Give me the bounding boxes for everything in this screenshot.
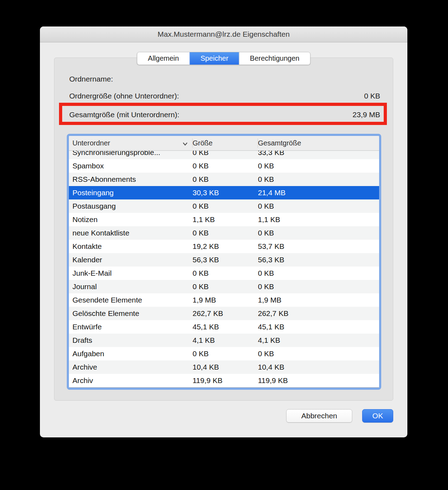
table-body: Synchronisierungsproble...0 KB33,3 KBSpa… — [69, 151, 379, 387]
column-header-label: Unterordner — [72, 139, 110, 147]
tab-allgemein[interactable]: Allgemein — [137, 52, 190, 65]
cell-total: 0 KB — [258, 229, 379, 237]
cell-size: 19,2 KB — [193, 242, 258, 251]
cell-total: 119,9 KB — [258, 376, 379, 385]
column-header-gesamtgroesse[interactable]: Gesamtgröße — [258, 136, 379, 150]
cell-name: Kalender — [69, 256, 193, 264]
cell-name: Posteingang — [69, 189, 193, 197]
subfolder-table: Unterordner Größe Gesamtgröße Synchronis… — [67, 134, 381, 390]
cell-size: 0 KB — [193, 229, 258, 237]
cell-total: 0 KB — [258, 349, 379, 358]
cell-total: 45,1 KB — [258, 323, 379, 331]
cell-total: 4,1 KB — [258, 336, 379, 345]
table-row[interactable]: Gesendete Elemente1,9 MB1,9 MB — [69, 293, 379, 307]
folder-size-value: 0 KB — [364, 92, 380, 100]
cell-total: 33,3 KB — [258, 151, 379, 157]
table-row[interactable]: Posteingang30,3 KB21,4 MB — [69, 186, 379, 199]
properties-window: Max.Mustermann@lrz.de Eigenschaften Allg… — [40, 26, 407, 437]
tab-berechtigungen[interactable]: Berechtigungen — [239, 52, 310, 65]
column-header-groesse[interactable]: Größe — [193, 136, 258, 150]
cell-size: 0 KB — [193, 282, 258, 291]
table-row[interactable]: Drafts4,1 KB4,1 KB — [69, 334, 379, 347]
tab-bar: Allgemein Speicher Berechtigungen — [137, 52, 311, 65]
cell-total: 0 KB — [258, 282, 379, 291]
ok-button[interactable]: OK — [362, 409, 393, 423]
cell-name: Junk-E-Mail — [69, 269, 193, 277]
table-row[interactable]: neue Kontaktliste0 KB0 KB — [69, 226, 379, 240]
cell-total: 53,7 KB — [258, 242, 379, 251]
cell-total: 1,1 KB — [258, 215, 379, 224]
cancel-button[interactable]: Abbrechen — [286, 409, 352, 423]
cell-size: 0 KB — [193, 162, 258, 170]
folder-size-label: Ordnergröße (ohne Unterordner): — [69, 92, 179, 100]
column-header-label: Gesamtgröße — [258, 139, 301, 147]
table-header: Unterordner Größe Gesamtgröße — [69, 136, 379, 151]
cell-size: 1,1 KB — [193, 215, 258, 224]
cell-name: Gesendete Elemente — [69, 296, 193, 304]
window-titlebar[interactable]: Max.Mustermann@lrz.de Eigenschaften — [40, 26, 407, 42]
chevron-down-icon — [182, 141, 188, 146]
cell-name: Kontakte — [69, 242, 193, 251]
total-size-value: 23,9 MB — [353, 110, 380, 119]
cell-size: 1,9 MB — [193, 296, 258, 304]
cell-size: 0 KB — [193, 151, 258, 157]
table-row[interactable]: Synchronisierungsproble...0 KB33,3 KB — [69, 151, 379, 159]
table-row[interactable]: RSS-Abonnements0 KB0 KB — [69, 173, 379, 186]
cell-size: 0 KB — [193, 202, 258, 210]
table-row[interactable]: Gelöschte Elemente262,7 KB262,7 KB — [69, 307, 379, 320]
cell-total: 0 KB — [258, 162, 379, 170]
tab-speicher[interactable]: Speicher — [189, 52, 239, 65]
tab-content-panel: Ordnername: Ordnergröße (ohne Unterordne… — [54, 58, 393, 401]
cell-name: Notizen — [69, 215, 193, 224]
cell-size: 45,1 KB — [193, 323, 258, 331]
cell-total: 0 KB — [258, 175, 379, 184]
cell-total: 262,7 KB — [258, 309, 379, 318]
table-row[interactable]: Spambox0 KB0 KB — [69, 159, 379, 173]
cell-size: 10,4 KB — [193, 363, 258, 371]
table-row[interactable]: Archive10,4 KB10,4 KB — [69, 360, 379, 374]
table-row[interactable]: Kalender56,3 KB56,3 KB — [69, 253, 379, 267]
column-header-label: Größe — [193, 139, 213, 147]
column-header-unterordner[interactable]: Unterordner — [69, 136, 193, 150]
cell-size: 56,3 KB — [193, 256, 258, 264]
cell-size: 0 KB — [193, 349, 258, 358]
cell-name: Postausgang — [69, 202, 193, 210]
cell-name: Journal — [69, 282, 193, 291]
cell-name: Entwürfe — [69, 323, 193, 331]
cell-name: RSS-Abonnements — [69, 175, 193, 184]
column-divider — [192, 138, 193, 148]
cell-total: 10,4 KB — [258, 363, 379, 371]
cell-name: Drafts — [69, 336, 193, 345]
table-row[interactable]: Aufgaben0 KB0 KB — [69, 347, 379, 360]
table-row[interactable]: Entwürfe45,1 KB45,1 KB — [69, 320, 379, 334]
cell-size: 30,3 KB — [193, 189, 258, 197]
cell-size: 262,7 KB — [193, 309, 258, 318]
window-title: Max.Mustermann@lrz.de Eigenschaften — [158, 30, 290, 38]
cell-size: 0 KB — [193, 269, 258, 277]
cell-name: neue Kontaktliste — [69, 229, 193, 237]
table-row[interactable]: Postausgang0 KB0 KB — [69, 199, 379, 213]
cell-size: 4,1 KB — [193, 336, 258, 345]
cell-name: Spambox — [69, 162, 193, 170]
cell-total: 1,9 MB — [258, 296, 379, 304]
cell-total: 0 KB — [258, 202, 379, 210]
cell-name: Gelöschte Elemente — [69, 309, 193, 318]
cell-name: Archive — [69, 363, 193, 371]
column-divider — [258, 138, 258, 148]
total-size-label: Gesamtgröße (mit Unterordnern): — [69, 110, 179, 119]
cell-name: Archiv — [69, 376, 193, 385]
folder-name-label: Ordnername: — [69, 75, 113, 83]
table-row[interactable]: Journal0 KB0 KB — [69, 280, 379, 293]
cell-name: Synchronisierungsproble... — [69, 151, 193, 157]
cell-total: 56,3 KB — [258, 256, 379, 264]
cell-size: 0 KB — [193, 175, 258, 184]
table-row[interactable]: Junk-E-Mail0 KB0 KB — [69, 267, 379, 280]
table-row[interactable]: Notizen1,1 KB1,1 KB — [69, 213, 379, 226]
table-row[interactable]: Kontakte19,2 KB53,7 KB — [69, 240, 379, 253]
table-row[interactable]: Archiv119,9 KB119,9 KB — [69, 374, 379, 387]
cell-total: 0 KB — [258, 269, 379, 277]
cell-name: Aufgaben — [69, 349, 193, 358]
cell-size: 119,9 KB — [193, 376, 258, 385]
cell-total: 21,4 MB — [258, 189, 379, 197]
